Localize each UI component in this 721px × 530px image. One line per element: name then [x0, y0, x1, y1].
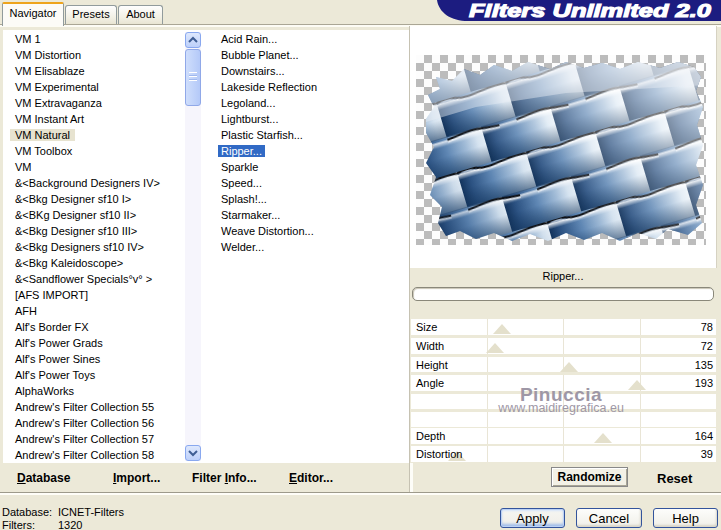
svg-text:Filters Unlimited 2.0: Filters Unlimited 2.0	[469, 1, 711, 21]
